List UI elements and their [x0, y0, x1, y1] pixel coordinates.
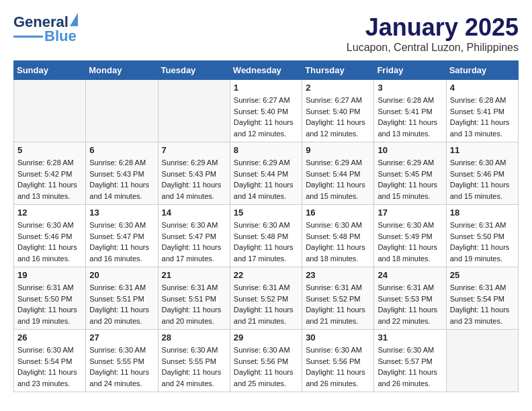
day-info: Sunrise: 6:30 AMSunset: 5:55 PMDaylight:… — [162, 345, 226, 389]
day-number: 4 — [450, 83, 515, 93]
day-info: Sunrise: 6:30 AMSunset: 5:54 PMDaylight:… — [17, 345, 82, 389]
day-info: Sunrise: 6:30 AMSunset: 5:47 PMDaylight:… — [162, 220, 226, 264]
day-cell-15: 15Sunrise: 6:30 AMSunset: 5:48 PMDayligh… — [230, 205, 302, 267]
day-info: Sunrise: 6:30 AMSunset: 5:49 PMDaylight:… — [378, 220, 442, 264]
day-cell-12: 12Sunrise: 6:30 AMSunset: 5:46 PMDayligh… — [14, 205, 86, 267]
day-number: 25 — [450, 270, 515, 280]
day-cell-7: 7Sunrise: 6:29 AMSunset: 5:43 PMDaylight… — [158, 142, 230, 205]
day-info: Sunrise: 6:29 AMSunset: 5:43 PMDaylight:… — [162, 157, 226, 201]
day-cell-11: 11Sunrise: 6:30 AMSunset: 5:46 PMDayligh… — [446, 142, 518, 205]
day-cell-21: 21Sunrise: 6:31 AMSunset: 5:51 PMDayligh… — [158, 267, 230, 330]
logo-triangle-icon — [70, 13, 78, 26]
page-header: General Blue January 2025 Lucapon, Centr… — [13, 13, 519, 54]
weekday-header-wednesday: Wednesday — [230, 61, 302, 80]
logo-blue: Blue — [44, 28, 77, 45]
day-number: 20 — [89, 270, 154, 280]
day-info: Sunrise: 6:30 AMSunset: 5:47 PMDaylight:… — [89, 220, 154, 264]
day-info: Sunrise: 6:29 AMSunset: 5:44 PMDaylight:… — [234, 157, 298, 201]
week-row-4: 19Sunrise: 6:31 AMSunset: 5:50 PMDayligh… — [14, 267, 519, 330]
day-cell-17: 17Sunrise: 6:30 AMSunset: 5:49 PMDayligh… — [374, 205, 446, 267]
day-info: Sunrise: 6:30 AMSunset: 5:48 PMDaylight:… — [234, 220, 298, 264]
day-cell-6: 6Sunrise: 6:28 AMSunset: 5:43 PMDaylight… — [86, 142, 158, 205]
weekday-header-friday: Friday — [374, 61, 446, 80]
day-info: Sunrise: 6:28 AMSunset: 5:41 PMDaylight:… — [450, 95, 515, 139]
day-number: 17 — [378, 208, 442, 218]
day-info: Sunrise: 6:30 AMSunset: 5:46 PMDaylight:… — [17, 220, 82, 264]
week-row-2: 5Sunrise: 6:28 AMSunset: 5:42 PMDaylight… — [14, 142, 519, 205]
day-number: 29 — [234, 332, 298, 342]
day-cell-25: 25Sunrise: 6:31 AMSunset: 5:54 PMDayligh… — [446, 267, 518, 330]
day-cell-4: 4Sunrise: 6:28 AMSunset: 5:41 PMDaylight… — [446, 80, 518, 142]
logo: General Blue — [13, 13, 78, 45]
day-number: 16 — [306, 208, 370, 218]
week-row-1: 1Sunrise: 6:27 AMSunset: 5:40 PMDaylight… — [14, 80, 519, 142]
day-cell-1: 1Sunrise: 6:27 AMSunset: 5:40 PMDaylight… — [230, 80, 302, 142]
day-info: Sunrise: 6:31 AMSunset: 5:50 PMDaylight:… — [450, 220, 515, 264]
day-cell-19: 19Sunrise: 6:31 AMSunset: 5:50 PMDayligh… — [14, 267, 86, 330]
day-info: Sunrise: 6:30 AMSunset: 5:55 PMDaylight:… — [89, 345, 154, 389]
day-info: Sunrise: 6:30 AMSunset: 5:57 PMDaylight:… — [378, 345, 442, 389]
day-cell-3: 3Sunrise: 6:28 AMSunset: 5:41 PMDaylight… — [374, 80, 446, 142]
day-number: 2 — [306, 83, 370, 93]
day-info: Sunrise: 6:31 AMSunset: 5:51 PMDaylight:… — [89, 282, 154, 326]
day-number: 3 — [378, 83, 442, 93]
day-info: Sunrise: 6:31 AMSunset: 5:52 PMDaylight:… — [234, 282, 298, 326]
day-cell-2: 2Sunrise: 6:27 AMSunset: 5:40 PMDaylight… — [302, 80, 374, 142]
day-cell-22: 22Sunrise: 6:31 AMSunset: 5:52 PMDayligh… — [230, 267, 302, 330]
day-info: Sunrise: 6:29 AMSunset: 5:44 PMDaylight:… — [306, 157, 370, 201]
day-info: Sunrise: 6:30 AMSunset: 5:56 PMDaylight:… — [306, 345, 370, 389]
day-number: 26 — [17, 332, 82, 342]
day-info: Sunrise: 6:31 AMSunset: 5:51 PMDaylight:… — [162, 282, 226, 326]
location: Lucapon, Central Luzon, Philippines — [347, 42, 519, 54]
day-cell-20: 20Sunrise: 6:31 AMSunset: 5:51 PMDayligh… — [86, 267, 158, 330]
day-info: Sunrise: 6:28 AMSunset: 5:42 PMDaylight:… — [17, 157, 82, 201]
day-number: 24 — [378, 270, 442, 280]
day-cell-26: 26Sunrise: 6:30 AMSunset: 5:54 PMDayligh… — [14, 330, 86, 392]
day-number: 11 — [450, 145, 515, 155]
day-number: 6 — [89, 145, 154, 155]
day-number: 18 — [450, 208, 515, 218]
day-number: 31 — [378, 332, 442, 342]
day-cell-8: 8Sunrise: 6:29 AMSunset: 5:44 PMDaylight… — [230, 142, 302, 205]
weekday-header-row: SundayMondayTuesdayWednesdayThursdayFrid… — [14, 61, 519, 80]
day-cell-9: 9Sunrise: 6:29 AMSunset: 5:44 PMDaylight… — [302, 142, 374, 205]
day-number: 12 — [17, 208, 82, 218]
month-title: January 2025 — [347, 13, 519, 42]
weekday-header-thursday: Thursday — [302, 61, 374, 80]
day-cell-10: 10Sunrise: 6:29 AMSunset: 5:45 PMDayligh… — [374, 142, 446, 205]
day-cell-5: 5Sunrise: 6:28 AMSunset: 5:42 PMDaylight… — [14, 142, 86, 205]
day-cell-16: 16Sunrise: 6:30 AMSunset: 5:48 PMDayligh… — [302, 205, 374, 267]
day-cell-18: 18Sunrise: 6:31 AMSunset: 5:50 PMDayligh… — [446, 205, 518, 267]
day-number: 14 — [162, 208, 226, 218]
empty-cell — [446, 330, 518, 392]
weekday-header-sunday: Sunday — [14, 61, 86, 80]
day-number: 27 — [89, 332, 154, 342]
day-number: 5 — [17, 145, 82, 155]
day-number: 7 — [162, 145, 226, 155]
day-cell-27: 27Sunrise: 6:30 AMSunset: 5:55 PMDayligh… — [86, 330, 158, 392]
day-number: 21 — [162, 270, 226, 280]
day-number: 8 — [234, 145, 298, 155]
day-number: 10 — [378, 145, 442, 155]
day-cell-24: 24Sunrise: 6:31 AMSunset: 5:53 PMDayligh… — [374, 267, 446, 330]
day-number: 22 — [234, 270, 298, 280]
day-info: Sunrise: 6:27 AMSunset: 5:40 PMDaylight:… — [306, 95, 370, 139]
day-info: Sunrise: 6:31 AMSunset: 5:54 PMDaylight:… — [450, 282, 515, 326]
day-info: Sunrise: 6:30 AMSunset: 5:56 PMDaylight:… — [234, 345, 298, 389]
day-number: 19 — [17, 270, 82, 280]
weekday-header-tuesday: Tuesday — [158, 61, 230, 80]
day-info: Sunrise: 6:31 AMSunset: 5:50 PMDaylight:… — [17, 282, 82, 326]
day-info: Sunrise: 6:31 AMSunset: 5:52 PMDaylight:… — [306, 282, 370, 326]
day-info: Sunrise: 6:27 AMSunset: 5:40 PMDaylight:… — [234, 95, 298, 139]
week-row-5: 26Sunrise: 6:30 AMSunset: 5:54 PMDayligh… — [14, 330, 519, 392]
weekday-header-saturday: Saturday — [446, 61, 518, 80]
title-section: January 2025 Lucapon, Central Luzon, Phi… — [347, 13, 519, 54]
day-number: 28 — [162, 332, 226, 342]
day-info: Sunrise: 6:28 AMSunset: 5:41 PMDaylight:… — [378, 95, 442, 139]
day-info: Sunrise: 6:30 AMSunset: 5:46 PMDaylight:… — [450, 157, 515, 201]
day-cell-29: 29Sunrise: 6:30 AMSunset: 5:56 PMDayligh… — [230, 330, 302, 392]
logo-underline — [13, 36, 43, 38]
day-cell-13: 13Sunrise: 6:30 AMSunset: 5:47 PMDayligh… — [86, 205, 158, 267]
empty-cell — [14, 80, 86, 142]
day-number: 23 — [306, 270, 370, 280]
